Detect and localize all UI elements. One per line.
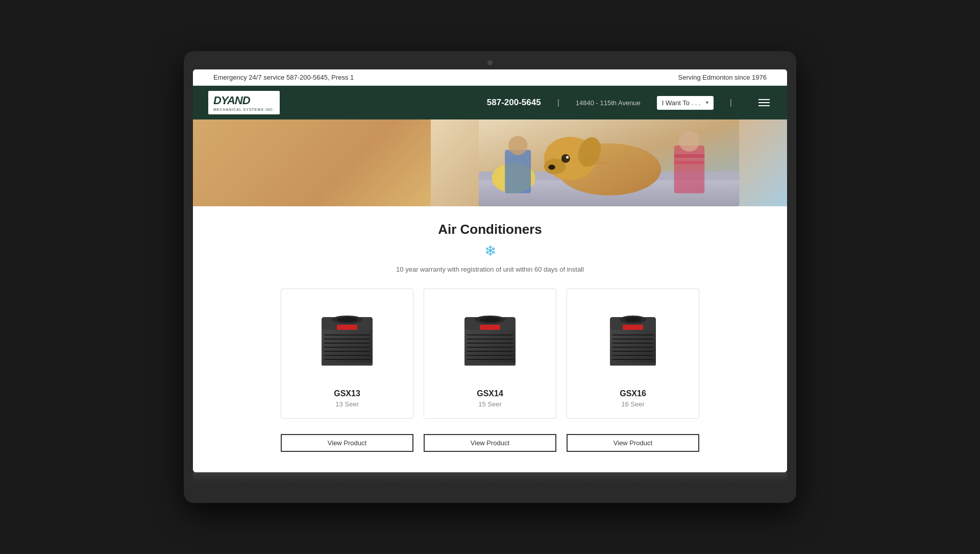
svg-rect-15 bbox=[674, 154, 704, 158]
ac-unit-svg-2 bbox=[457, 307, 523, 373]
product-image-gsx13 bbox=[306, 299, 388, 381]
view-product-button-3[interactable]: View Product bbox=[567, 434, 699, 452]
product-card-gsx13: GSX13 13 Seer bbox=[281, 288, 413, 419]
hero-image bbox=[193, 119, 787, 206]
svg-point-20 bbox=[337, 317, 357, 322]
logo-area: DYAND MECHANICAL SYSTEMS INC. bbox=[208, 91, 280, 114]
product-spec-1: 13 Seer bbox=[335, 400, 359, 408]
products-grid: GSX13 13 Seer bbox=[203, 288, 777, 419]
view-product-button-1[interactable]: View Product bbox=[281, 434, 413, 452]
ac-unit-svg-3 bbox=[600, 307, 666, 373]
ac-unit-svg-1 bbox=[314, 307, 380, 373]
logo-sub: MECHANICAL SYSTEMS INC. bbox=[213, 108, 275, 111]
svg-point-14 bbox=[679, 131, 700, 152]
svg-point-7 bbox=[548, 164, 555, 170]
hamburger-menu-button[interactable] bbox=[756, 97, 772, 108]
header-divider: | bbox=[557, 98, 559, 107]
site-header: DYAND MECHANICAL SYSTEMS INC. 587-200-56… bbox=[193, 86, 787, 119]
product-card-gsx14: GSX14 15 Seer bbox=[424, 288, 556, 419]
header-phone[interactable]: 587-200-5645 bbox=[487, 98, 541, 108]
product-name-3: GSX16 bbox=[620, 389, 646, 398]
menu-line-2 bbox=[758, 102, 770, 103]
product-image-gsx14 bbox=[449, 299, 531, 381]
svg-point-46 bbox=[625, 317, 641, 322]
product-name-2: GSX14 bbox=[477, 389, 503, 398]
svg-rect-55 bbox=[610, 363, 656, 366]
svg-rect-11 bbox=[505, 150, 531, 194]
dog-area bbox=[431, 119, 787, 206]
svg-point-33 bbox=[480, 317, 500, 322]
logo-text: DYAND bbox=[213, 94, 250, 107]
svg-rect-42 bbox=[464, 363, 516, 366]
i-want-to-dropdown-wrapper[interactable]: I Want To . . . bbox=[651, 96, 714, 110]
product-name-1: GSX13 bbox=[334, 389, 360, 398]
hero-svg bbox=[431, 119, 787, 206]
logo-box: DYAND MECHANICAL SYSTEMS INC. bbox=[208, 91, 280, 114]
product-card-gsx16: GSX16 16 Seer bbox=[567, 288, 699, 419]
header-divider-2: | bbox=[730, 98, 732, 107]
header-address: 14840 - 115th Avenue bbox=[576, 99, 641, 107]
product-spec-2: 15 Seer bbox=[478, 400, 502, 408]
laptop-base bbox=[193, 472, 787, 483]
svg-rect-54 bbox=[623, 325, 643, 330]
products-buttons: View Product View Product View Product bbox=[203, 434, 777, 452]
menu-line-3 bbox=[758, 105, 770, 106]
menu-line-1 bbox=[758, 99, 770, 100]
product-image-gsx16 bbox=[592, 299, 674, 381]
svg-rect-41 bbox=[480, 325, 500, 330]
product-spec-3: 16 Seer bbox=[621, 400, 645, 408]
section-subtitle: 10 year warranty with registration of un… bbox=[203, 266, 777, 273]
announcement-bar: Emergency 24/7 service 587-200-5645, Pre… bbox=[193, 69, 787, 86]
snowflake-icon: ❄ bbox=[203, 243, 777, 259]
svg-rect-28 bbox=[337, 325, 357, 330]
svg-point-9 bbox=[566, 156, 569, 158]
svg-point-8 bbox=[561, 154, 570, 163]
announcement-left: Emergency 24/7 service 587-200-5645, Pre… bbox=[213, 74, 354, 81]
svg-rect-16 bbox=[674, 161, 704, 164]
hero-image-placeholder bbox=[431, 119, 787, 206]
i-want-to-dropdown[interactable]: I Want To . . . bbox=[657, 96, 714, 110]
announcement-right: Serving Edmonton since 1976 bbox=[678, 74, 767, 81]
section-title: Air Conditioners bbox=[203, 222, 777, 237]
svg-point-12 bbox=[508, 136, 527, 155]
svg-rect-13 bbox=[674, 146, 704, 194]
main-content: Air Conditioners ❄ 10 year warranty with… bbox=[193, 206, 787, 472]
view-product-button-2[interactable]: View Product bbox=[424, 434, 556, 452]
svg-rect-29 bbox=[322, 363, 373, 366]
